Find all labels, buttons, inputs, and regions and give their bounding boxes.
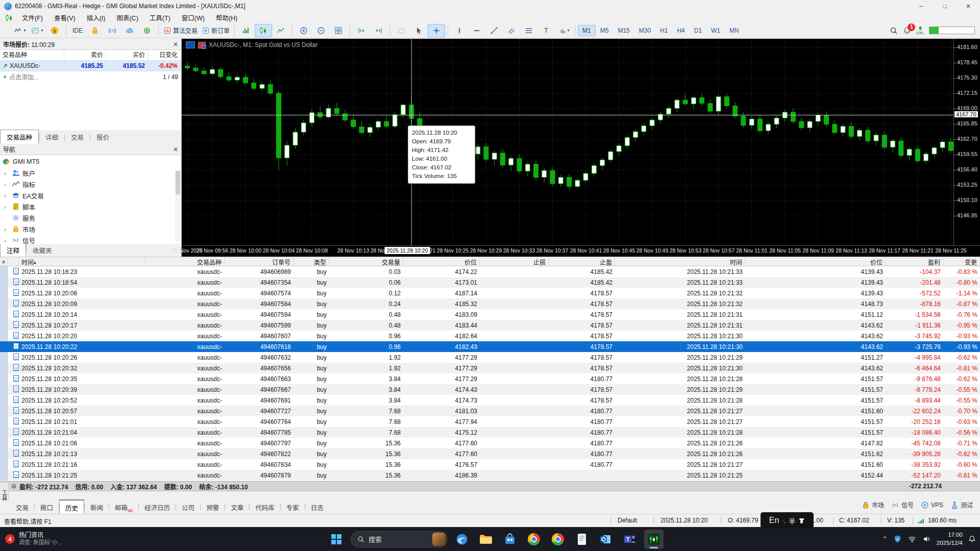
chart-style-button[interactable]: ▾ — [11, 24, 29, 37]
history-col-1-交易品种[interactable]: 交易品种 — [145, 257, 225, 267]
timeframe-D1[interactable]: D1 — [690, 25, 706, 36]
history-row[interactable]: 2025.11.28 10:21:13xauusdc-494607822buy1… — [0, 448, 980, 459]
shift-chart-end-button[interactable] — [353, 24, 370, 37]
timeframe-M15[interactable]: M15 — [613, 25, 634, 36]
rect-select-button[interactable] — [393, 24, 410, 37]
menu-图表[interactable]: 图表(C) — [111, 12, 143, 23]
history-row[interactable]: 2025.11.28 10:20:17xauusdc-494607599buy0… — [0, 320, 980, 331]
market-watch-close-icon[interactable]: ✕ — [173, 41, 178, 48]
nav-item-EA交易[interactable]: ›EA交易 — [0, 190, 181, 201]
nav-item-指标[interactable]: ›指标 — [0, 179, 181, 190]
history-row[interactable]: 2025.11.28 10:21:01xauusdc-494607764buy7… — [0, 416, 980, 427]
expand-chevron-icon[interactable]: › — [4, 237, 9, 244]
market-watch-add-row[interactable]: + 点击添加... 1 / 49 — [0, 71, 181, 82]
navtab-注释[interactable]: 注释 — [0, 244, 26, 257]
market-watch-row[interactable]: ↗XAUUSDc- 4185.25 4185.52 -0.42% — [0, 61, 181, 71]
status-市场[interactable]: 市场 — [862, 500, 884, 509]
community-button[interactable] — [138, 24, 156, 37]
toolbox-tab-交易[interactable]: 交易 — [10, 500, 34, 514]
close-button[interactable]: ✕ — [957, 0, 980, 12]
col-symbol[interactable]: 交易品种 — [0, 50, 64, 61]
taskbar-search[interactable]: 搜索 — [351, 531, 448, 547]
lvl-upgrade-icon[interactable]: LVL — [916, 26, 924, 35]
timeframe-H4[interactable]: H4 — [672, 25, 689, 36]
nav-item-账户[interactable]: ›账户 — [0, 167, 181, 179]
tab-交易[interactable]: 交易 — [65, 130, 90, 144]
search-icon[interactable] — [890, 27, 898, 35]
expand-chevron-icon[interactable]: › — [4, 181, 9, 188]
toolbox-close-button[interactable]: × — [0, 257, 8, 267]
toolbox-tab-代码库[interactable]: 代码库 — [250, 500, 280, 514]
maximize-button[interactable]: □ — [933, 0, 957, 12]
shapes-tool-button[interactable]: ▾ — [555, 24, 572, 37]
taskbar-app-chrome[interactable] — [524, 530, 544, 549]
history-row[interactable]: 2025.11.28 10:20:52xauusdc-494607691buy3… — [0, 395, 980, 406]
tab-报价[interactable]: 报价 — [90, 130, 115, 144]
history-row[interactable]: 2025.11.28 10:20:09xauusdc-494607584buy0… — [0, 298, 980, 309]
nav-item-服务[interactable]: 服务 — [0, 212, 181, 223]
deposit-button[interactable]: $ — [46, 24, 63, 37]
menu-插入[interactable]: 插入(I) — [81, 12, 111, 23]
history-row[interactable]: 2025.11.28 10:20:35xauusdc-494607663buy3… — [0, 373, 980, 384]
nav-item-GMI MT5[interactable]: GMI MT5 — [0, 156, 181, 167]
taskbar-app-chrome2[interactable] — [548, 530, 568, 549]
expand-chevron-icon[interactable]: › — [4, 203, 9, 211]
candlestick-plot[interactable] — [182, 39, 953, 245]
chart-area[interactable]: XAUUSDc-, M1: Spot Gold vs US Dollar 418… — [182, 39, 980, 257]
tab-详细[interactable]: 详细 — [39, 130, 64, 144]
status-VPS[interactable]: VPS — [921, 501, 943, 509]
wifi-icon[interactable] — [908, 535, 917, 544]
text-tool-button[interactable]: T — [537, 24, 555, 37]
history-row[interactable]: 2025.11.28 10:16:23xauusdc-494606989buy0… — [0, 266, 980, 277]
col-buy[interactable]: 买价 — [106, 50, 148, 61]
toolbox-tab-新闻[interactable]: 新闻 — [85, 500, 109, 514]
toolbox-tab-邮箱[interactable]: 邮箱46 — [109, 500, 138, 515]
toolbox-tab-历史[interactable]: 历史 — [59, 499, 84, 515]
taskbar-app-folder[interactable] — [476, 530, 496, 549]
algo-trading-button[interactable]: 算法交易 — [161, 24, 200, 37]
expand-chevron-icon[interactable]: › — [4, 226, 9, 233]
menu-帮助[interactable]: 帮助(H) — [210, 12, 243, 23]
expand-chevron-icon[interactable]: › — [4, 192, 9, 199]
line-mode-button[interactable] — [272, 24, 289, 37]
channel-tool-button[interactable] — [503, 24, 520, 37]
history-row[interactable]: 2025.11.28 10:20:57xauusdc-494607727buy7… — [0, 406, 980, 416]
ide-button[interactable]: IDE — [69, 24, 86, 37]
defender-shield-icon[interactable] — [893, 535, 902, 543]
col-change[interactable]: 日变化 — [148, 50, 181, 61]
timeframe-H1[interactable]: H1 — [655, 25, 672, 36]
history-row[interactable]: 2025.11.28 10:20:20xauusdc-494607607buy0… — [0, 331, 980, 341]
menu-查看[interactable]: 查看(V) — [48, 12, 81, 23]
horizontal-line-tool-button[interactable] — [468, 24, 485, 37]
timeframe-MN[interactable]: MN — [725, 25, 744, 36]
history-col-6-止损[interactable]: 止损 — [480, 257, 549, 267]
history-row[interactable]: 2025.11.28 10:21:25xauusdc-494607879buy1… — [0, 470, 980, 481]
history-row[interactable]: 2025.11.28 10:20:39xauusdc-494607667buy3… — [0, 384, 980, 395]
status-测试[interactable]: 测试 — [950, 500, 973, 509]
history-col-2-订单号[interactable]: 订单号 — [225, 257, 293, 267]
taskbar-app-store[interactable] — [500, 530, 520, 549]
bars-mode-button[interactable] — [237, 24, 255, 37]
navigator-scrollbar[interactable] — [175, 170, 181, 242]
nav-item-脚本[interactable]: ›脚本 — [0, 201, 181, 212]
history-col-3-类型[interactable]: 类型 — [293, 257, 329, 267]
history-row[interactable]: 2025.11.28 10:20:06xauusdc-494607574buy0… — [0, 288, 980, 298]
history-row[interactable]: 2025.11.28 10:21:04xauusdc-494607785buy7… — [0, 427, 980, 438]
navtab-收藏夹[interactable]: 收藏夹 — [27, 244, 58, 257]
minimize-button[interactable]: ─ — [910, 0, 933, 12]
history-col-5-价位[interactable]: 价位 — [403, 257, 480, 267]
signals-service-button[interactable] — [104, 24, 121, 37]
history-row[interactable]: 2025.11.28 10:20:26xauusdc-494607632buy1… — [0, 352, 980, 363]
menu-窗口[interactable]: 窗口(W) — [176, 12, 210, 23]
timeframe-W1[interactable]: W1 — [706, 25, 725, 36]
zoom-in-button[interactable] — [295, 24, 312, 37]
cloud-button[interactable] — [121, 24, 138, 37]
taskbar-app-outlook[interactable] — [596, 530, 616, 549]
history-col-10-盈利[interactable]: 盈利 — [886, 257, 943, 267]
tile-windows-button[interactable] — [330, 24, 347, 37]
taskbar-app-teams[interactable]: T — [620, 530, 640, 549]
nav-item-市场[interactable]: ›市场 — [0, 223, 181, 235]
notification-bell-icon[interactable] — [968, 535, 976, 543]
fibonacci-tool-button[interactable] — [520, 24, 537, 37]
new-order-button[interactable]: 新订单 — [200, 24, 232, 37]
